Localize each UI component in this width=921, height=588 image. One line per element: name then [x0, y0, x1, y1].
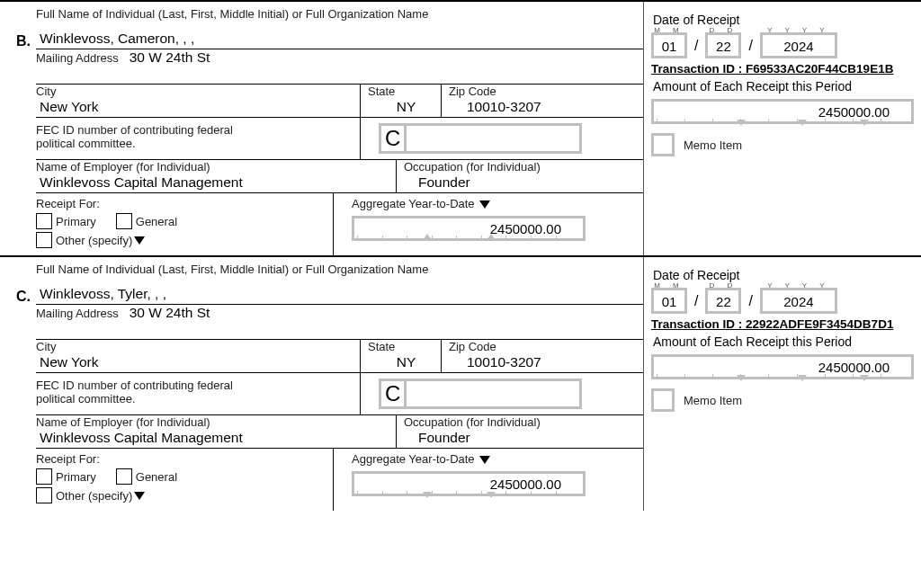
fec-id-value	[407, 126, 579, 151]
label-city: City	[36, 340, 360, 353]
label-receipt-for: Receipt For:	[36, 197, 333, 210]
checkbox-memo-item[interactable]	[651, 388, 675, 412]
amount-box: 2450000.00	[651, 99, 914, 124]
checkbox-primary[interactable]	[36, 213, 52, 229]
checkbox-general[interactable]	[116, 468, 132, 485]
row-fec-id: FEC ID number of contributing federal po…	[36, 118, 643, 160]
value-full-name: Winklevoss, Cameron, , ,	[36, 30, 643, 49]
row-employer-occupation: Name of Employer (for Individual) Winkle…	[36, 160, 643, 193]
date-mm-box: M M 01	[651, 32, 687, 58]
date-mm-box: M M 01	[651, 288, 687, 314]
label-date-of-receipt: Date of Receipt	[653, 13, 914, 27]
row-city-state-zip: City New York State NY Zip Code 10010-32…	[36, 340, 643, 373]
label-full-name: Full Name of Individual (Last, First, Mi…	[36, 263, 643, 276]
entry-c: Full Name of Individual (Last, First, Mi…	[0, 255, 921, 511]
entry-c-right: Date of Receipt M M 01 / D D 22 / Y Y Y …	[643, 257, 921, 511]
value-mailing-address: 30 W 24th St	[126, 304, 210, 322]
label-zip: Zip Code	[449, 340, 643, 353]
label-state: State	[368, 340, 441, 353]
memo-item-row: Memo Item	[651, 388, 914, 412]
value-date-dd: 22	[713, 39, 733, 54]
checkbox-memo-item[interactable]	[651, 133, 675, 156]
label-general: General	[136, 215, 177, 228]
row-mailing-address: Mailing Address 30 W 24th St	[36, 305, 643, 340]
row-city-state-zip: City New York State NY Zip Code 10010-32…	[36, 85, 643, 118]
date-of-receipt-row: M M 01 / D D 22 / Y Y Y Y 2024	[651, 288, 914, 314]
label-employer: Name of Employer (for Individual)	[36, 415, 396, 429]
other-dropdown-icon[interactable]	[134, 492, 145, 500]
label-occupation: Occupation (for Individual)	[404, 415, 643, 429]
date-dd-box: D D 22	[705, 288, 741, 314]
fec-id-value	[407, 381, 579, 406]
label-mailing-address: Mailing Address	[36, 307, 119, 320]
checkbox-primary[interactable]	[36, 468, 52, 485]
date-mm-hint: M M	[654, 281, 684, 290]
label-receipt-for: Receipt For:	[36, 452, 333, 466]
row-fec-id: FEC ID number of contributing federal po…	[36, 373, 643, 415]
label-mailing-address: Mailing Address	[36, 51, 119, 65]
date-sep-1: /	[694, 38, 698, 54]
date-sep-2: /	[748, 38, 752, 54]
checkbox-general[interactable]	[116, 213, 132, 229]
aggregate-dropdown-icon[interactable]	[479, 200, 490, 209]
value-employer: Winklevoss Capital Management	[36, 174, 396, 192]
label-memo-item: Memo Item	[684, 138, 742, 152]
label-amount-each: Amount of Each Receipt this Period	[653, 334, 914, 349]
value-zip: 10010-3207	[449, 353, 643, 372]
value-employer: Winklevoss Capital Management	[36, 429, 396, 448]
fec-schedule-page: Full Name of Individual (Last, First, Mi…	[0, 0, 921, 511]
entry-c-left: Full Name of Individual (Last, First, Mi…	[0, 257, 643, 511]
date-mm-hint: M M	[654, 26, 684, 34]
transaction-id: Transaction ID : F69533AC20F44CB19E1B	[651, 62, 914, 76]
value-aggregate-ytd: 2450000.00	[490, 221, 561, 236]
label-memo-item: Memo Item	[684, 394, 742, 407]
checkbox-other[interactable]	[36, 487, 52, 503]
value-date-dd: 22	[713, 294, 733, 309]
value-state: NY	[368, 98, 441, 117]
date-yyyy-box: Y Y Y Y 2024	[760, 32, 837, 58]
label-other-specify: Other (specify)	[56, 234, 132, 247]
date-yyyy-hint: Y Y Y Y	[763, 26, 835, 34]
row-mailing-address: Mailing Address 30 W 24th St	[36, 49, 643, 85]
value-mailing-address: 30 W 24th St	[126, 49, 210, 67]
label-date-of-receipt: Date of Receipt	[653, 268, 914, 282]
date-dd-hint: D D	[708, 26, 738, 34]
checkbox-other[interactable]	[36, 232, 52, 248]
entry-b: Full Name of Individual (Last, First, Mi…	[0, 0, 921, 255]
value-amount: 2450000.00	[818, 104, 890, 120]
row-full-name: Full Name of Individual (Last, First, Mi…	[16, 263, 643, 305]
value-aggregate-ytd: 2450000.00	[490, 477, 561, 492]
label-occupation: Occupation (for Individual)	[404, 160, 643, 174]
label-primary: Primary	[56, 215, 96, 228]
memo-item-row: Memo Item	[651, 133, 914, 156]
label-full-name: Full Name of Individual (Last, First, Mi…	[36, 7, 643, 21]
entry-letter: C.	[16, 276, 36, 305]
aggregate-dropdown-icon[interactable]	[479, 456, 490, 464]
row-receipt-aggregate: Receipt For: Primary General Other (spec…	[36, 449, 643, 511]
label-fec-id: FEC ID number of contributing federal po…	[36, 379, 270, 405]
row-full-name: Full Name of Individual (Last, First, Mi…	[16, 7, 643, 49]
label-other-specify: Other (specify)	[56, 489, 132, 503]
date-yyyy-box: Y Y Y Y 2024	[760, 288, 837, 314]
fec-id-box: C	[379, 123, 582, 154]
value-amount: 2450000.00	[818, 360, 890, 375]
label-employer: Name of Employer (for Individual)	[36, 160, 396, 174]
label-primary: Primary	[56, 470, 96, 484]
label-city: City	[36, 85, 360, 98]
label-general: General	[136, 470, 177, 484]
label-state: State	[368, 85, 441, 98]
fec-id-c-prefix: C	[381, 126, 407, 151]
label-aggregate-ytd: Aggregate Year-to-Date	[352, 197, 634, 210]
value-date-mm: 01	[659, 39, 679, 54]
date-sep-1: /	[694, 293, 698, 309]
value-zip: 10010-3207	[449, 98, 643, 117]
date-dd-hint: D D	[708, 281, 738, 290]
label-zip: Zip Code	[449, 85, 643, 98]
value-transaction-id: F69533AC20F44CB19E1B	[746, 62, 893, 76]
other-dropdown-icon[interactable]	[134, 236, 145, 245]
value-state: NY	[368, 353, 441, 372]
label-amount-each: Amount of Each Receipt this Period	[653, 79, 914, 94]
date-of-receipt-row: M M 01 / D D 22 / Y Y Y Y 2024	[651, 32, 914, 58]
entry-b-right: Date of Receipt M M 01 / D D 22 / Y Y Y …	[643, 2, 921, 255]
date-sep-2: /	[748, 293, 752, 309]
